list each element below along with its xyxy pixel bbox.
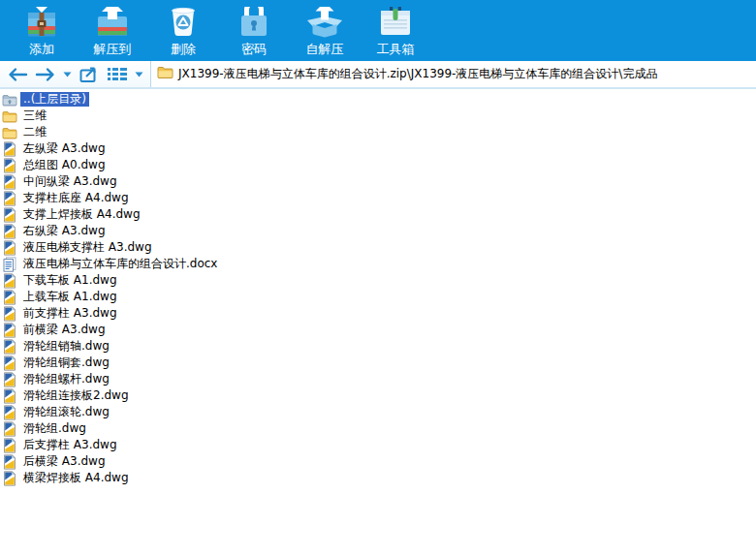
file-name: 前横梁 A3.dwg: [20, 323, 109, 337]
file-name: 滑轮组销轴.dwg: [20, 339, 112, 354]
dwg-file-icon: [2, 141, 17, 157]
file-name: 支撑柱底座 A4.dwg: [20, 191, 132, 205]
dwg-file-icon: [2, 174, 17, 190]
parent-folder-icon: [2, 92, 17, 108]
dwg-file-icon: [2, 438, 17, 453]
back-arrow-icon: [11, 69, 27, 79]
archive-manager-window: 添加 解压到 删除 密码 自解压 工具箱: [0, 0, 756, 556]
file-row[interactable]: 右纵梁 A3.dwg: [2, 223, 756, 239]
dwg-file-icon: [2, 405, 17, 420]
file-name: 左纵梁 A3.dwg: [20, 141, 109, 156]
current-folder-icon: [157, 65, 173, 83]
file-row[interactable]: 后支撑柱 A3.dwg: [2, 437, 756, 453]
file-name: 滑轮组连接板2.dwg: [20, 388, 132, 403]
file-name: 二维: [20, 125, 49, 139]
dwg-file-icon: [2, 191, 17, 206]
file-row[interactable]: ..(上层目录): [2, 91, 756, 108]
file-name: 上载车板 A1.dwg: [20, 290, 120, 304]
file-row[interactable]: 下载车板 A1.dwg: [2, 272, 756, 289]
file-row[interactable]: 支撑上焊接板 A4.dwg: [2, 206, 756, 223]
address-path: JX1399-液压电梯与立体车库的组合设计.zip\JX1399-液压电梯与立体…: [178, 66, 657, 82]
toolbox-icon: [376, 7, 415, 42]
file-row[interactable]: 三维: [2, 108, 756, 124]
file-row[interactable]: 左纵梁 A3.dwg: [2, 140, 756, 157]
dwg-file-icon: [2, 421, 17, 437]
toolbar-button-toolbox[interactable]: 工具箱: [363, 13, 427, 56]
file-name: 液压电梯与立体车库的组合设计.docx: [20, 257, 220, 271]
dwg-file-icon: [2, 323, 17, 338]
toolbar-button-label: 自解压: [306, 42, 344, 56]
file-name: 后支撑柱 A3.dwg: [20, 438, 120, 452]
file-name: 三维: [20, 108, 49, 123]
extract-to-icon: [93, 7, 132, 42]
file-row[interactable]: 横梁焊接板 A4.dwg: [2, 470, 756, 486]
dwg-file-icon: [2, 273, 17, 289]
history-dropdown-button[interactable]: [61, 70, 74, 79]
view-dropdown-button[interactable]: [133, 70, 145, 79]
chevron-down-icon: [64, 72, 72, 77]
file-row[interactable]: 总组图 A0.dwg: [2, 157, 756, 173]
dwg-file-icon: [2, 372, 17, 387]
self-extract-icon: [305, 7, 344, 42]
delete-icon: [164, 7, 203, 42]
file-row[interactable]: 滑轮组连接板2.dwg: [2, 387, 756, 404]
toolbar-button-add[interactable]: 添加: [10, 13, 74, 56]
file-row[interactable]: 前支撑柱 A3.dwg: [2, 305, 756, 322]
file-row[interactable]: 滑轮组滚轮.dwg: [2, 404, 756, 420]
dwg-file-icon: [2, 158, 17, 173]
file-name: 中间纵梁 A3.dwg: [20, 174, 120, 189]
forward-button[interactable]: [33, 65, 58, 84]
toolbar-button-delete[interactable]: 删除: [151, 13, 215, 56]
file-row[interactable]: 上载车板 A1.dwg: [2, 289, 756, 305]
file-name: 总组图 A0.dwg: [20, 158, 109, 172]
file-row[interactable]: 后横梁 A3.dwg: [2, 453, 756, 470]
file-row[interactable]: 前横梁 A3.dwg: [2, 322, 756, 338]
file-row[interactable]: 滑轮组销轴.dwg: [2, 338, 756, 355]
chevron-down-icon: [136, 72, 143, 77]
open-location-button[interactable]: [77, 64, 102, 85]
toolbar-button-label: 删除: [171, 42, 196, 56]
file-row[interactable]: 液压电梯与立体车库的组合设计.docx: [2, 256, 756, 272]
toolbar-button-self-extract[interactable]: 自解压: [293, 13, 357, 56]
dwg-file-icon: [2, 388, 17, 404]
file-name: 滑轮组.dwg: [20, 421, 89, 436]
toolbar-button-label: 解压到: [94, 42, 132, 56]
toolbar-button-label: 添加: [29, 42, 54, 56]
file-name: 支撑上焊接板 A4.dwg: [20, 207, 143, 222]
file-name: 滑轮组螺杆.dwg: [20, 372, 112, 386]
file-row[interactable]: 支撑柱底座 A4.dwg: [2, 190, 756, 206]
dwg-file-icon: [2, 290, 17, 305]
file-row[interactable]: 滑轮组螺杆.dwg: [2, 371, 756, 387]
file-row[interactable]: 二维: [2, 124, 756, 140]
toolbar-button-label: 密码: [241, 42, 267, 56]
file-row[interactable]: 滑轮组铜套.dwg: [2, 355, 756, 371]
toolbar-button-password[interactable]: 密码: [222, 13, 286, 56]
back-button[interactable]: [5, 65, 30, 84]
add-archive-icon: [22, 7, 61, 42]
navigation-bar: JX1399-液压电梯与立体车库的组合设计.zip\JX1399-液压电梯与立体…: [0, 61, 756, 89]
docx-file-icon: [2, 257, 17, 272]
dwg-file-icon: [2, 306, 17, 322]
toolbar: 添加 解压到 删除 密码 自解压 工具箱: [0, 0, 756, 61]
nav-controls: [0, 61, 150, 87]
file-name: 横梁焊接板 A4.dwg: [20, 471, 132, 485]
address-bar[interactable]: JX1399-液压电梯与立体车库的组合设计.zip\JX1399-液压电梯与立体…: [150, 61, 756, 87]
toolbar-button-label: 工具箱: [377, 42, 415, 56]
dwg-file-icon: [2, 339, 17, 355]
dwg-file-icon: [2, 224, 17, 239]
file-row[interactable]: 液压电梯支撑柱 A3.dwg: [2, 239, 756, 256]
file-row[interactable]: 滑轮组.dwg: [2, 420, 756, 437]
dwg-file-icon: [2, 355, 17, 371]
password-lock-icon: [235, 7, 273, 42]
file-name: 右纵梁 A3.dwg: [20, 224, 109, 238]
view-mode-button[interactable]: [105, 65, 130, 83]
folder-icon: [2, 108, 17, 124]
file-name: 前支撑柱 A3.dwg: [20, 306, 120, 321]
list-view-icon: [107, 67, 128, 81]
dwg-file-icon: [2, 454, 17, 470]
file-row[interactable]: 中间纵梁 A3.dwg: [2, 173, 756, 190]
toolbar-button-extract-to[interactable]: 解压到: [80, 13, 144, 56]
dwg-file-icon: [2, 471, 17, 486]
folder-icon: [2, 125, 17, 140]
file-name: ..(上层目录): [20, 92, 89, 107]
